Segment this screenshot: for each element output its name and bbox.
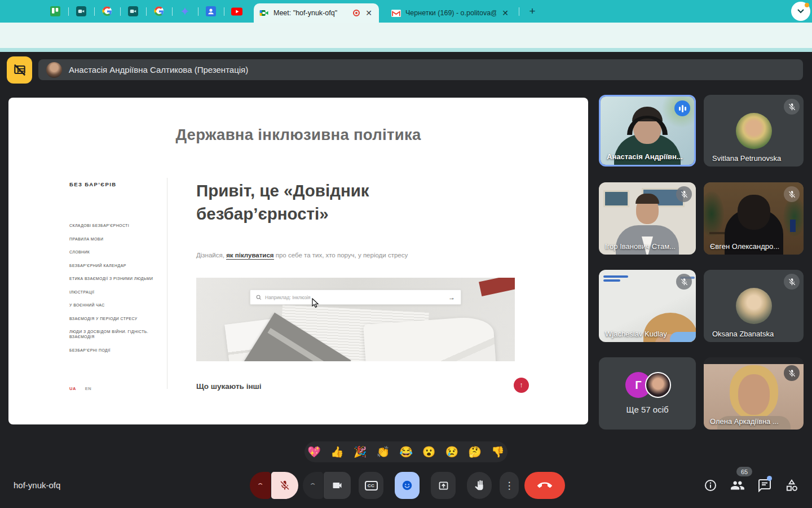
google-pinned-tab-icon[interactable] bbox=[153, 6, 165, 17]
site-menu-item: СЛОВНИК bbox=[69, 249, 166, 255]
meet-pwa-pinned-tab-icon[interactable] bbox=[76, 6, 87, 17]
presentation-hidden-badge[interactable] bbox=[7, 56, 32, 84]
reaction-party[interactable]: 🎉 bbox=[354, 446, 367, 457]
site-search-bar: → bbox=[250, 290, 461, 305]
camera-toggle-button[interactable] bbox=[324, 472, 351, 499]
reaction-clap[interactable]: 👏 bbox=[376, 446, 390, 457]
reaction-cry[interactable]: 😢 bbox=[445, 446, 459, 457]
new-tab-button[interactable]: + bbox=[526, 5, 539, 18]
participant-name: Wjacheslav Kudlay bbox=[605, 330, 667, 338]
participant-tile-oksana[interactable]: Oksana Zbanatska bbox=[704, 270, 804, 342]
theme-strip bbox=[0, 48, 812, 52]
meet-pwa-pinned-tab-icon[interactable] bbox=[127, 6, 139, 17]
site-menu-item: У ВОЄННИЙ ЧАС bbox=[69, 303, 166, 308]
reaction-heart[interactable]: 💖 bbox=[307, 446, 321, 457]
tab-title: Чернетки (169) - o.politova@ bbox=[405, 9, 496, 17]
mic-control-group: ⌃ bbox=[250, 472, 298, 499]
tab-search-button[interactable] bbox=[791, 2, 810, 21]
camera-options-chevron[interactable]: ⌃ bbox=[303, 472, 323, 499]
site-hero-image: → bbox=[196, 278, 515, 361]
google-pinned-tab-icon[interactable] bbox=[102, 6, 113, 17]
end-call-button[interactable] bbox=[524, 472, 565, 499]
mic-off-icon bbox=[784, 99, 800, 115]
tab-meet[interactable]: Meet: "hof-ynuk-ofq" ✕ bbox=[254, 3, 379, 23]
chat-notification-dot bbox=[767, 476, 772, 481]
site-subtitle: Дізнайся, як піклуватися про себе та тих… bbox=[196, 252, 408, 259]
trello-pinned-tab-icon[interactable] bbox=[50, 6, 61, 17]
slide-title: Державна інклюзивна політика bbox=[8, 126, 588, 144]
site-menu-item: ВЗАЄМОДІЯ У ПЕРІОДИ СТРЕСУ bbox=[69, 316, 166, 321]
speaking-indicator-icon bbox=[674, 100, 690, 116]
reaction-laugh[interactable]: 😂 bbox=[399, 446, 413, 457]
gemini-pinned-tab-icon[interactable] bbox=[179, 6, 191, 17]
participant-avatar bbox=[736, 113, 772, 149]
participant-name: Євген Олександро... bbox=[710, 242, 779, 251]
site-heading: Привіт, це «Довідник безбар’єрності» bbox=[196, 179, 388, 225]
mic-off-icon bbox=[784, 274, 800, 290]
tab-title: Meet: "hof-ynuk-ofq" bbox=[273, 9, 347, 17]
recording-indicator-icon bbox=[353, 10, 360, 16]
contacts-pinned-tab-icon[interactable] bbox=[205, 6, 217, 17]
browser-toolbar: meet.google.com/hof-ynuk-ofq Доступно об… bbox=[0, 23, 812, 48]
site-subtitle-link: як піклуватися bbox=[226, 252, 273, 260]
site-menu-item: СКЛАДОВІ БЕЗБАР’ЄРНОСТІ bbox=[69, 223, 166, 228]
camera-control-group: ⌃ bbox=[303, 472, 351, 499]
raise-hand-button[interactable] bbox=[467, 472, 492, 499]
participant-tile-svitlana[interactable]: Svitlana Petrunovska bbox=[704, 95, 804, 167]
meeting-code: hof-ynuk-ofq bbox=[14, 480, 60, 490]
reaction-thinking[interactable]: 🤔 bbox=[468, 446, 482, 457]
reactions-bar: 💖 👍 🎉 👏 😂 😮 😢 🤔 👎 bbox=[304, 441, 508, 462]
tab-separator bbox=[120, 7, 121, 16]
meeting-details-icon[interactable] bbox=[703, 478, 718, 493]
participant-avatar bbox=[736, 288, 772, 324]
scroll-to-top-button: ↑ bbox=[514, 378, 529, 393]
site-menu-item: ІЛЮСТРАЦІЇ bbox=[69, 290, 166, 295]
participant-tile-wjacheslav[interactable]: Wjacheslav Kudlay bbox=[599, 270, 696, 342]
tab-separator bbox=[224, 7, 224, 16]
captions-button[interactable]: CC bbox=[359, 472, 383, 499]
participant-name: Oksana Zbanatska bbox=[712, 330, 774, 338]
participant-name: Svitlana Petrunovska bbox=[712, 154, 781, 163]
activities-icon[interactable] bbox=[784, 478, 800, 493]
close-tab-icon[interactable]: ✕ bbox=[501, 8, 510, 17]
present-screen-button[interactable] bbox=[431, 472, 456, 499]
overflow-participants-tile[interactable]: Г Ще 57 осіб bbox=[599, 357, 696, 430]
youtube-pinned-tab-icon[interactable] bbox=[231, 6, 242, 17]
more-options-button[interactable]: ⋮ bbox=[500, 472, 519, 499]
lang-en: EN bbox=[85, 386, 91, 391]
reaction-thumbs-down[interactable]: 👎 bbox=[491, 446, 505, 457]
overflow-count-label: Ще 57 осіб bbox=[599, 405, 696, 414]
tab-separator bbox=[172, 7, 173, 16]
reaction-thumbs-up[interactable]: 👍 bbox=[330, 446, 344, 457]
site-menu-item: ЛЮДИ З ДОСВІДОМ ВІЙНИ. ГІДНІСТЬ. ВЗАЄМОД… bbox=[69, 329, 154, 339]
overflow-avatar-photo bbox=[645, 372, 671, 398]
site-divider bbox=[167, 178, 167, 389]
mic-mute-button[interactable] bbox=[271, 472, 298, 499]
participant-tile-anastasiia[interactable]: Анастасія Андріївн... bbox=[599, 95, 696, 167]
site-logo: БЕЗ БАР’ЄРІВ bbox=[69, 181, 116, 187]
site-menu: СКЛАДОВІ БЕЗБАР’ЄРНОСТІ ПРАВИЛА МОВИ СЛО… bbox=[69, 223, 166, 361]
tab-separator bbox=[198, 7, 198, 16]
presenter-name: Анастасія Андріївна Салтикова (Презентац… bbox=[69, 65, 248, 75]
tab-gmail-drafts[interactable]: Чернетки (169) - o.politova@ ✕ bbox=[387, 3, 514, 23]
mic-off-icon bbox=[784, 365, 800, 381]
gmail-tab-icon bbox=[391, 10, 401, 17]
participant-name: Ігор Іванович Стам... bbox=[605, 242, 676, 251]
participant-name: Олена Аркадіївна ... bbox=[710, 417, 779, 426]
reaction-surprised[interactable]: 😮 bbox=[422, 446, 436, 457]
search-submit-arrow-icon: → bbox=[448, 294, 455, 301]
participants-icon[interactable] bbox=[730, 478, 745, 493]
close-tab-icon[interactable]: ✕ bbox=[364, 8, 373, 17]
site-language-switch: UAEN bbox=[69, 386, 91, 391]
participant-tile-ihor[interactable]: Ігор Іванович Стам... bbox=[599, 182, 696, 255]
reactions-button[interactable] bbox=[395, 472, 420, 499]
site-menu-item: БЕЗБАР’ЄРНІ ПОДІЇ bbox=[69, 348, 166, 353]
meet-tab-icon bbox=[259, 9, 269, 17]
participant-tile-olena[interactable]: Олена Аркадіївна ... bbox=[704, 357, 804, 430]
site-search-input bbox=[265, 295, 448, 300]
mic-options-chevron[interactable]: ⌃ bbox=[250, 472, 271, 499]
meet-page: Анастасія Андріївна Салтикова (Презентац… bbox=[0, 52, 812, 508]
tab-strip: Meet: "hof-ynuk-ofq" ✕ Чернетки (169) - … bbox=[0, 0, 812, 23]
participant-tile-yevhen[interactable]: Євген Олександро... bbox=[704, 182, 804, 255]
site-section-title: Що шукають інші bbox=[196, 382, 262, 391]
